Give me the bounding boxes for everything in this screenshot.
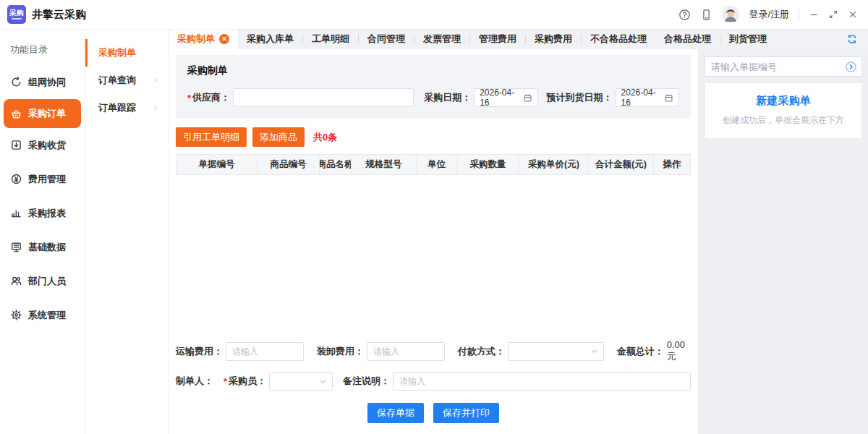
sidebar-item-department-staff[interactable]: 部门人员 xyxy=(0,264,85,298)
line-items-table-body xyxy=(169,175,698,339)
sidebar-item-label: 采购收货 xyxy=(28,139,66,152)
save-and-print-button[interactable]: 保存并打印 xyxy=(433,403,499,423)
total-amount-label: 金额总计： xyxy=(617,345,664,358)
close-tab-icon[interactable]: ✕ xyxy=(219,34,229,44)
basket-icon xyxy=(10,108,22,120)
tab-label: 发票管理 xyxy=(423,33,461,46)
topbar-divider xyxy=(799,9,799,20)
submenu-item-label: 采购制单 xyxy=(98,46,136,59)
help-icon[interactable] xyxy=(678,9,691,21)
remark-label: 备注说明： xyxy=(343,375,390,388)
unload-fee-label: 装卸费用： xyxy=(317,345,364,358)
purchase-date-picker[interactable]: 2026-04-16 xyxy=(474,88,537,107)
app-logo-subline xyxy=(12,18,22,20)
minimize-icon[interactable] xyxy=(809,9,819,20)
order-list-panel: 新建采购单 创建成功后，单据会展示在下方 xyxy=(698,49,868,434)
payment-method-select[interactable] xyxy=(508,342,604,361)
add-product-button[interactable]: 添加商品 xyxy=(252,127,305,147)
column-header: 商品名称 xyxy=(320,155,352,174)
submenu-item-purchase-order-create[interactable]: 采购制单 xyxy=(85,39,168,67)
expected-date-value: 2026-04-16 xyxy=(621,88,664,108)
refresh-icon[interactable] xyxy=(846,33,858,45)
tab-bar: 采购制单 ✕ 采购入库单 工单明细 合同管理 发票管理 管理费用 采购费用 不合… xyxy=(169,29,868,49)
sidebar-item-purchase-reports[interactable]: 采购报表 xyxy=(0,196,85,230)
unload-fee-input[interactable] xyxy=(367,342,445,361)
column-header: 采购数量 xyxy=(457,155,519,174)
tab-label: 合格品处理 xyxy=(664,33,711,46)
user-avatar[interactable] xyxy=(722,6,739,23)
tab-arrival-management[interactable]: 到货管理 xyxy=(720,29,775,49)
sidebar-item-fee-management[interactable]: 费用管理 xyxy=(0,162,85,196)
tab-label: 采购费用 xyxy=(535,33,572,46)
bar-chart-icon xyxy=(10,207,22,219)
topbar-actions: 登录/注册 xyxy=(678,6,858,23)
column-header: 单据编号 xyxy=(176,155,258,174)
tab-workorder-detail[interactable]: 工单明细 xyxy=(303,29,358,49)
total-amount-value: 0.00元 xyxy=(667,339,691,363)
search-submit-icon[interactable] xyxy=(845,61,857,73)
app-title: 井擎云采购 xyxy=(32,8,86,22)
maximize-icon[interactable] xyxy=(828,9,838,20)
app-logo: 采购 xyxy=(7,5,26,24)
column-header: 合计金额(元) xyxy=(589,155,654,174)
sidebar-item-network-collab[interactable]: 组网协同 xyxy=(0,65,85,99)
sidebar-item-purchase-orders[interactable]: 采购订单 xyxy=(4,99,81,128)
column-header: 单位 xyxy=(417,155,457,174)
sidebar-item-label: 费用管理 xyxy=(28,173,66,186)
save-order-button[interactable]: 保存单据 xyxy=(367,403,424,423)
cite-workorder-button[interactable]: 引用工单明细 xyxy=(176,127,247,147)
line-items-toolbar: 引用工单明细 添加商品 共0条 xyxy=(176,127,691,147)
sidebar-item-label: 系统管理 xyxy=(28,309,66,322)
purchase-order-form-panel: 采购制单 * 供应商： 采购日期： 2026-04-16 xyxy=(169,49,698,434)
payment-method-label: 付款方式： xyxy=(458,345,505,358)
tab-label: 到货管理 xyxy=(729,33,767,46)
gear-icon xyxy=(10,309,22,321)
order-number-search-input[interactable] xyxy=(711,61,845,72)
sidebar-item-label: 部门人员 xyxy=(28,275,66,288)
transport-fee-label: 运输费用： xyxy=(176,345,223,358)
tab-nonconforming-handling[interactable]: 不合格品处理 xyxy=(582,29,655,49)
sidebar-item-base-data[interactable]: 基础数据 xyxy=(0,230,85,264)
remark-input[interactable] xyxy=(393,372,691,391)
expected-date-picker[interactable]: 2026-04-16 xyxy=(616,88,679,107)
buyer-label: 采购员： xyxy=(229,375,266,388)
calendar-icon xyxy=(523,93,532,103)
supplier-input[interactable] xyxy=(233,88,414,107)
required-mark: * xyxy=(187,93,191,103)
close-window-icon[interactable] xyxy=(848,9,858,20)
expected-date-label: 预计到货日期： xyxy=(547,91,613,104)
app-logo-text: 采购 xyxy=(9,9,24,17)
submenu-item-order-tracking[interactable]: 订单跟踪 xyxy=(85,94,168,122)
transport-fee-input[interactable] xyxy=(226,342,304,361)
chevron-down-icon xyxy=(590,347,598,355)
purchase-date-label: 采购日期： xyxy=(424,91,471,104)
chevron-right-icon xyxy=(152,104,159,111)
sidebar-item-label: 基础数据 xyxy=(28,241,66,254)
tab-purchase-fee[interactable]: 采购费用 xyxy=(526,29,581,49)
tab-contract-management[interactable]: 合同管理 xyxy=(359,29,414,49)
new-purchase-order-hint: 创建成功后，单据会展示在下方 xyxy=(712,114,854,127)
tab-conforming-handling[interactable]: 合格品处理 xyxy=(655,29,720,49)
column-header: 商品编号 xyxy=(258,155,320,174)
login-register-link[interactable]: 登录/注册 xyxy=(749,8,789,21)
sidebar-item-system-management[interactable]: 系统管理 xyxy=(0,298,85,332)
mobile-phone-icon[interactable] xyxy=(700,9,712,21)
tab-label: 采购入库单 xyxy=(247,33,294,46)
sidebar-item-purchase-receiving[interactable]: 采购收货 xyxy=(0,128,85,162)
tab-invoice-management[interactable]: 发票管理 xyxy=(414,29,469,49)
submenu-item-order-query[interactable]: 订单查询 xyxy=(85,67,168,94)
new-purchase-order-card[interactable]: 新建采购单 创建成功后，单据会展示在下方 xyxy=(705,82,862,139)
buyer-select[interactable] xyxy=(269,372,333,391)
column-header: 规格型号 xyxy=(352,155,417,174)
sidebar-item-label: 采购报表 xyxy=(28,207,66,220)
new-purchase-order-button[interactable]: 新建采购单 xyxy=(712,94,854,108)
page-title: 采购制单 xyxy=(187,64,679,77)
top-bar: 采购 井擎云采购 登录/注册 xyxy=(0,0,868,29)
tab-purchase-inbound[interactable]: 采购入库单 xyxy=(238,29,302,49)
order-footer-form: 运输费用： 装卸费用： 付款方式： 金额总计： 0.00元 xyxy=(169,339,698,434)
yen-circle-icon xyxy=(10,173,22,185)
column-header: 操作 xyxy=(654,155,690,174)
tab-purchase-order-create[interactable]: 采购制单 ✕ xyxy=(169,29,238,49)
required-mark: * xyxy=(224,376,227,387)
tab-management-fee[interactable]: 管理费用 xyxy=(470,29,525,49)
